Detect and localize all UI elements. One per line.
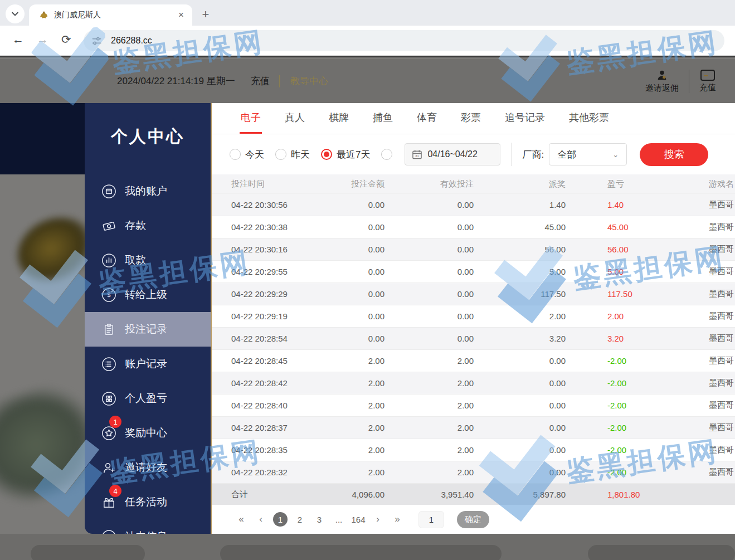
date-range-picker[interactable]: 31 04/16~04/22 xyxy=(405,143,500,165)
vendor-selected-value: 全部 xyxy=(557,148,576,161)
bet-amount: 0.00 xyxy=(312,334,384,343)
page-number[interactable]: 2 xyxy=(293,512,307,527)
bet-time: 04-22 20:28:40 xyxy=(212,401,312,410)
tab-彩票[interactable]: 彩票 xyxy=(460,103,482,134)
sidebar-item-reward[interactable]: 奖励中心1 xyxy=(85,416,211,450)
table-row: 04-22 20:28:422.002.000.00-2.00墨西哥 xyxy=(212,372,735,395)
sidebar-item-label: 站内信息 xyxy=(125,529,167,534)
bet-amount: 2.00 xyxy=(312,445,384,455)
page-number[interactable]: 1 xyxy=(273,512,288,527)
profit-loss-icon xyxy=(101,391,116,406)
tab-捕鱼[interactable]: 捕鱼 xyxy=(372,103,394,134)
vendor-select[interactable]: 全部 ⌄ xyxy=(549,143,627,165)
radio-今天[interactable]: 今天 xyxy=(230,148,264,161)
payout: 5.00 xyxy=(474,267,566,276)
transfer-icon: $ xyxy=(101,288,116,303)
sidebar-item-withdraw[interactable]: 取款 xyxy=(85,243,211,277)
sidebar-item-label: 邀请好友 xyxy=(125,460,167,475)
radio-custom[interactable] xyxy=(381,149,392,160)
bet-time: 04-22 20:30:16 xyxy=(212,245,312,254)
pagination-arrow[interactable]: « xyxy=(234,512,249,527)
sidebar-item-account-records[interactable]: 账户记录 xyxy=(85,347,211,381)
payout: 0.00 xyxy=(474,468,566,477)
valid-bet: 0.00 xyxy=(384,200,474,210)
sidebar-item-message[interactable]: @站内信息 xyxy=(85,519,211,534)
sidebar-item-label: 个人盈亏 xyxy=(125,391,167,406)
profit-loss: 56.00 xyxy=(566,245,709,254)
bet-time: 04-22 20:29:29 xyxy=(212,289,312,299)
page-number[interactable]: 3 xyxy=(312,512,327,527)
game-name: 墨西哥 xyxy=(709,266,735,277)
sidebar-item-transfer[interactable]: $转给上级 xyxy=(85,277,211,312)
tab-其他彩票[interactable]: 其他彩票 xyxy=(568,103,610,134)
payout: 1.40 xyxy=(474,200,566,210)
game-name: 墨西哥 xyxy=(709,311,735,322)
browser-tab[interactable]: 澳门威尼斯人 × xyxy=(29,4,192,26)
datetime-text: 2024/04/22 21:14:19 星期一 xyxy=(117,75,235,87)
sidebar-item-profit-loss[interactable]: 个人盈亏 xyxy=(85,381,211,416)
pagination-arrow[interactable]: › xyxy=(371,512,385,527)
page-confirm-button[interactable]: 确定 xyxy=(457,511,489,528)
payout: 2.00 xyxy=(474,311,566,321)
invite-icon xyxy=(101,460,116,475)
tab-体育[interactable]: 体育 xyxy=(416,103,438,134)
pagination-arrow[interactable]: ‹ xyxy=(254,512,268,527)
profit-loss: 1.40 xyxy=(566,200,709,210)
game-name: 墨西哥 xyxy=(709,199,735,210)
forward-button[interactable]: → xyxy=(37,33,48,46)
new-tab-button[interactable]: + xyxy=(198,7,213,22)
tab-close-icon[interactable]: × xyxy=(176,9,187,21)
reload-button[interactable]: ⟳ xyxy=(61,33,71,46)
sidebar-item-account[interactable]: 我的账户 xyxy=(85,174,211,208)
sidebar-item-invite[interactable]: 邀请好友 xyxy=(85,450,211,485)
bet-records-icon xyxy=(101,322,116,337)
game-name: 墨西哥 xyxy=(709,422,735,433)
total-payout: 5,897.80 xyxy=(474,490,566,499)
category-tabs: 电子真人棋牌捕鱼体育彩票追号记录其他彩票 xyxy=(212,103,735,134)
profit-loss: 2.00 xyxy=(566,311,709,321)
column-header: 有效投注 xyxy=(384,179,474,189)
filter-divider xyxy=(511,143,512,166)
tab-电子[interactable]: 电子 xyxy=(240,103,262,134)
recharge-link[interactable]: 充值 xyxy=(251,75,270,87)
valid-bet: 0.00 xyxy=(384,334,474,343)
profit-loss: 3.20 xyxy=(566,334,709,343)
filter-bar: 今天昨天最近7天 31 04/16~04/22 厂商: 全部 ⌄ 搜索 xyxy=(212,134,735,174)
total-label: 合计 xyxy=(212,489,312,500)
tutorial-center-link[interactable]: 教导中心 xyxy=(290,75,328,87)
payout: 0.00 xyxy=(474,401,566,410)
sidebar-item-deposit[interactable]: 存款 xyxy=(85,208,211,243)
page-jump-input[interactable] xyxy=(418,511,444,528)
topup-button[interactable]: 充值 xyxy=(689,70,726,93)
tab-真人[interactable]: 真人 xyxy=(284,103,306,134)
tab-追号记录[interactable]: 追号记录 xyxy=(504,103,546,134)
tab-棋牌[interactable]: 棋牌 xyxy=(328,103,350,134)
back-button[interactable]: ← xyxy=(12,33,24,46)
pagination-arrow[interactable]: » xyxy=(390,512,405,527)
tab-search-button[interactable] xyxy=(6,4,25,23)
page-number[interactable]: ... xyxy=(332,512,346,527)
browser-tab-strip: 澳门威尼斯人 × + xyxy=(0,0,735,26)
bet-time: 04-22 20:28:42 xyxy=(212,378,312,388)
bet-amount: 2.00 xyxy=(312,423,384,432)
column-header: 盈亏 xyxy=(566,179,709,189)
game-name: 墨西哥 xyxy=(709,467,735,478)
radio-最近7天[interactable]: 最近7天 xyxy=(321,148,370,161)
total-valid: 3,951.40 xyxy=(384,490,474,499)
sidebar-item-bet-records[interactable]: 投注记录 xyxy=(85,312,211,347)
card-icon xyxy=(700,70,715,81)
svg-text:$: $ xyxy=(108,291,111,298)
game-name: 墨西哥 xyxy=(709,356,735,366)
invite-rebate-button[interactable]: 邀请返佣 xyxy=(635,69,689,94)
main-content: 电子真人棋牌捕鱼体育彩票追号记录其他彩票 今天昨天最近7天 31 04/16~0… xyxy=(212,103,735,534)
radio-昨天[interactable]: 昨天 xyxy=(275,148,310,161)
column-header: 游戏名 xyxy=(709,179,735,189)
sidebar-item-task[interactable]: 任务活动4 xyxy=(85,485,211,519)
bet-amount: 0.00 xyxy=(312,289,384,299)
search-button[interactable]: 搜索 xyxy=(640,143,708,166)
message-icon: @ xyxy=(101,529,116,534)
profit-loss: 45.00 xyxy=(566,222,709,232)
pagination: «‹123...164›» 确定 xyxy=(212,505,735,534)
page-number[interactable]: 164 xyxy=(351,512,366,527)
address-bar[interactable]: 266288.cc xyxy=(84,30,724,51)
